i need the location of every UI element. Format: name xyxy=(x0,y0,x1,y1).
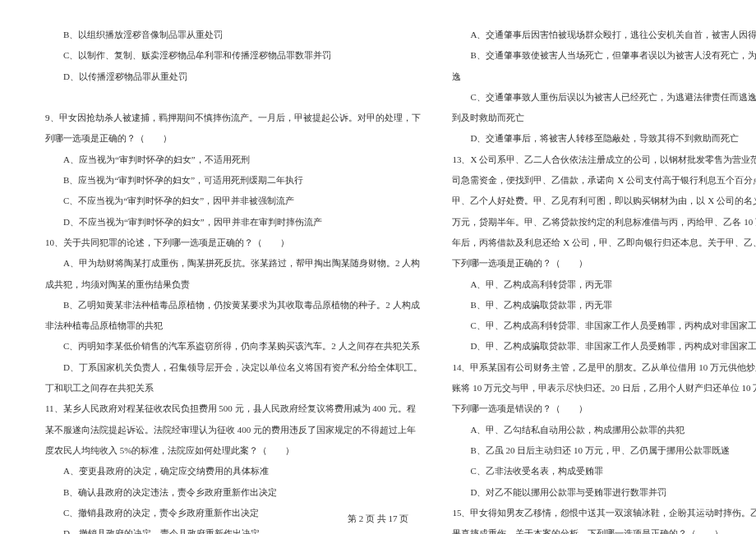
text-line: A、甲、乙勾结私自动用公款，构成挪用公款罪的共犯 xyxy=(452,420,756,440)
text-line: 成共犯，均须对陶某的重伤结果负责 xyxy=(45,274,427,295)
text-line: D、不应当视为“审判时怀孕的妇女”，因甲并非在审判时摔伤流产 xyxy=(45,212,427,232)
page-container: B、以组织播放淫秽音像制品罪从重处罚C、以制作、复制、贩卖淫秽物品牟利罪和传播淫… xyxy=(0,0,756,509)
text-line: 14、甲系某国有公司财务主管，乙是甲的朋友。乙从单位借用 10 万元供他炒股，并… xyxy=(452,357,756,378)
text-line: 年后，丙将借款及利息还给 X 公司，甲、乙即向银行归还本息。关于甲、乙、丙行为的… xyxy=(452,232,756,253)
text-line: 司急需资金，便找到甲、乙借款，承诺向 X 公司支付高于银行利息五个百分点的利息，… xyxy=(452,170,756,191)
text-line: 度农民人均纯收入 5%的标准，法院应如何处理此案？（ ） xyxy=(45,440,427,461)
text-line: D、对乙不能以挪用公款罪与受贿罪进行数罪并罚 xyxy=(452,482,756,503)
text-line: C、甲、乙构成高利转贷罪、非国家工作人员受贿罪，丙构成对非国家工作人员行贿罪 xyxy=(452,315,756,336)
text-line xyxy=(45,87,427,108)
text-line: 逸 xyxy=(452,67,756,87)
text-line: B、乙明知黄某非法种植毒品原植物，仍按黄某要求为其收取毒品原植物的种子。2 人构… xyxy=(45,295,427,315)
text-line: C、不应当视为“审判时怀孕的妇女”，因甲并非被强制流产 xyxy=(45,191,427,211)
text-line: 甲、乙个人好处费。甲、乙见有利可图，即以购买钢材为由，以 X 公司的名义向某银行… xyxy=(452,191,756,211)
text-line: 15、甲女得知男友乙移情，怨恨中送其一双滚轴冰鞋，企盼其运动时摔伤。乙穿此鞋运动… xyxy=(452,503,756,523)
text-line: A、应当视为“审判时怀孕的妇女”，不适用死刑 xyxy=(45,150,427,170)
text-line: B、交通肇事致使被害人当场死亡，但肇事者误以为被害人没有死亡，为逃避法律责任而逃 xyxy=(452,45,756,66)
text-line: B、确认县政府的决定违法，责令乡政府重新作出决定 xyxy=(45,482,427,503)
right-column: A、交通肇事后因害怕被现场群众殴打，逃往公安机关自首，被害人因得不到救助而死亡B… xyxy=(440,25,756,501)
text-line: A、甲、乙构成高利转贷罪，丙无罪 xyxy=(452,274,756,295)
text-line: B、应当视为“审判时怀孕的妇女”，可适用死刑缓期二年执行 xyxy=(45,170,427,191)
text-line: 账将 10 万元交与甲，甲表示尽快归还。20 日后，乙用个人财产归还单位 10 … xyxy=(452,378,756,398)
text-line: 到及时救助而死亡 xyxy=(452,108,756,128)
text-line: 列哪一选项是正确的？（ ） xyxy=(45,128,427,149)
left-column: B、以组织播放淫秽音像制品罪从重处罚C、以制作、复制、贩卖淫秽物品牟利罪和传播淫… xyxy=(33,25,440,501)
text-line: D、撤销县政府的决定，责令县政府重新作出决定 xyxy=(45,523,427,534)
text-line: A、变更县政府的决定，确定应交纳费用的具体标准 xyxy=(45,461,427,481)
text-line: D、甲、乙构成骗取贷款罪、非国家工作人员受贿罪，丙构成对非国家工作人员行贿罪 xyxy=(452,336,756,357)
text-line: B、甲、乙构成骗取贷款罪，丙无罪 xyxy=(452,295,756,315)
text-line: C、以制作、复制、贩卖淫秽物品牟利罪和传播淫秽物品罪数罪并罚 xyxy=(45,45,427,66)
text-line: A、甲为劫财将陶某打成重伤，陶某拼死反抗。张某路过，帮甲掏出陶某随身财物。2 人… xyxy=(45,253,427,274)
text-line: C、交通肇事致人重伤后误以为被害人已经死亡，为逃避法律责任而逃逸，导致被害人得不 xyxy=(452,87,756,108)
text-line: A、交通肇事后因害怕被现场群众殴打，逃往公安机关自首，被害人因得不到救助而死亡 xyxy=(452,25,756,45)
text-line: D、以传播淫秽物品罪从重处罚 xyxy=(45,67,427,87)
text-line: 9、甲女因抢劫杀人被逮捕，羁押期间不慎摔伤流产。一月后，甲被提起公诉。对甲的处理… xyxy=(45,108,427,128)
text-line: D、丁系国家机关负责人，召集领导层开会，决定以单位名义将国有资产私分给全体职工。 xyxy=(45,357,427,378)
text-line: B、乙虽 20 日后主动归还 10 万元，甲、乙仍属于挪用公款罪既遂 xyxy=(452,440,756,461)
text-line: B、以组织播放淫秽音像制品罪从重处罚 xyxy=(45,25,427,45)
text-line: C、乙非法收受名表，构成受贿罪 xyxy=(452,461,756,481)
text-line: 13、X 公司系甲、乙二人合伙依法注册成立的公司，以钢材批发零售为营业范围。丙因… xyxy=(452,150,756,170)
text-line: 11、某乡人民政府对程某征收农民负担费用 500 元，县人民政府经复议将费用减为… xyxy=(45,398,427,419)
text-line: 下列哪一选项是正确的？（ ） xyxy=(452,253,756,274)
text-line: 下列哪一选项是错误的？（ ） xyxy=(452,398,756,419)
text-line: 某不服遂向法院提起诉讼。法院经审理认为征收 400 元的费用违反了国家规定的不得… xyxy=(45,420,427,440)
text-line: C、丙明知李某低价销售的汽车系盗窃所得，仍向李某购买该汽车。2 人之间存在共犯关… xyxy=(45,336,427,357)
text-line: 果真摔成重伤。关于本案的分析，下列哪一选项是正确的？（ ） xyxy=(452,523,756,534)
text-line: 万元，贷期半年。甲、乙将贷款按约定的利息标准借与丙，丙给甲、乙各 10 万元的好… xyxy=(452,212,756,232)
text-line: D、交通肇事后，将被害人转移至隐蔽处，导致其得不到救助而死亡 xyxy=(452,128,756,149)
text-line: 10、关于共同犯罪的论述，下列哪一选项是正确的？（ ） xyxy=(45,232,427,253)
text-line: 丁和职工之间存在共犯关系 xyxy=(45,378,427,398)
text-line: 非法种植毒品原植物罪的共犯 xyxy=(45,315,427,336)
